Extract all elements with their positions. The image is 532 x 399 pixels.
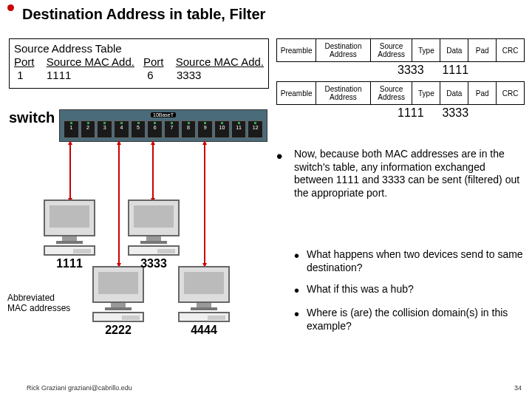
footer-author: Rick Graziani graziani@cabrillo.edu bbox=[27, 384, 132, 392]
frame1-values: 3333 1111 bbox=[276, 64, 525, 77]
cable-port9 bbox=[204, 143, 205, 265]
frame1-da: 3333 bbox=[398, 64, 433, 77]
fh-crc: CRC bbox=[497, 39, 525, 62]
sat-mac1: 1111 bbox=[47, 69, 144, 82]
sat-columns: Port Source MAC Add. Port Source MAC Add… bbox=[14, 55, 264, 69]
network-switch: 10BaseT 1 2 3 4 5 6 7 8 9 10 11 12 bbox=[59, 109, 267, 142]
slide-number: 34 bbox=[514, 384, 522, 392]
port-3: 3 bbox=[97, 120, 112, 138]
bullet-3: • What if this was a hub? bbox=[294, 283, 525, 298]
ethernet-frames: Preamble Destination Address Source Addr… bbox=[276, 38, 525, 120]
source-address-table: Source Address Table Port Source MAC Add… bbox=[9, 38, 269, 89]
frame2-da: 1111 bbox=[398, 106, 433, 120]
sat-col-port1: Port bbox=[14, 55, 47, 69]
port-10: 10 bbox=[214, 120, 230, 138]
bullet-4-text: Where is (are) the collision domain(s) i… bbox=[307, 307, 525, 332]
bullet-dot-icon: • bbox=[294, 283, 299, 298]
fh2-crc: CRC bbox=[497, 82, 525, 105]
frame2-values: 1111 3333 bbox=[276, 106, 525, 120]
pc4-label: 4444 bbox=[168, 324, 239, 337]
fh-type: Type bbox=[412, 39, 440, 62]
switch-badge: 10BaseT bbox=[151, 112, 176, 117]
switch-label: switch bbox=[9, 109, 55, 126]
abbr-note: Abbreviated MAC addresses bbox=[7, 293, 74, 314]
sat-col-port2: Port bbox=[143, 55, 176, 69]
port-4: 4 bbox=[114, 120, 129, 138]
port-12: 12 bbox=[248, 120, 263, 138]
bullet-3-text: What if this was a hub? bbox=[307, 283, 414, 298]
switch-ports: 1 2 3 4 5 6 7 8 9 10 11 12 bbox=[63, 120, 264, 138]
fh2-data: Data bbox=[440, 82, 468, 105]
port-1: 1 bbox=[64, 120, 79, 138]
sat-col-mac1: Source MAC Add. bbox=[47, 55, 143, 69]
frame1-sa: 1111 bbox=[442, 64, 468, 77]
fh2-preamble: Preamble bbox=[277, 82, 316, 105]
slide-title: Destination Address in table, Filter bbox=[22, 6, 265, 23]
bullet-4: • Where is (are) the collision domain(s)… bbox=[294, 307, 525, 332]
frame2-sa: 3333 bbox=[442, 106, 468, 120]
bullet-2: • What happens when two devices send to … bbox=[294, 248, 525, 274]
bullet-2-text: What happens when two devices send to sa… bbox=[307, 248, 525, 274]
bullet-dot-icon: • bbox=[294, 307, 299, 332]
cable-port1 bbox=[69, 143, 71, 200]
port-2: 2 bbox=[81, 120, 96, 138]
frame-1: Preamble Destination Address Source Addr… bbox=[276, 38, 525, 62]
port-11: 11 bbox=[231, 120, 247, 138]
computer-1111: 1111 bbox=[34, 200, 105, 270]
bullet-dot-main: • bbox=[276, 146, 282, 167]
port-6: 6 bbox=[147, 120, 163, 138]
fh-data: Data bbox=[440, 39, 468, 62]
fh2-pad: Pad bbox=[468, 82, 497, 105]
body-text: Now, because both MAC addresses are in t… bbox=[294, 148, 525, 341]
port-7: 7 bbox=[164, 120, 180, 138]
sat-heading: Source Address Table bbox=[14, 42, 264, 55]
pc2-label: 2222 bbox=[83, 324, 154, 337]
fh2-da: Destination Address bbox=[316, 82, 370, 105]
computer-2222: 2222 bbox=[83, 266, 154, 337]
fh-preamble: Preamble bbox=[277, 39, 316, 62]
port-9: 9 bbox=[197, 120, 213, 138]
fh2-sa: Source Address bbox=[370, 82, 412, 105]
fh-da: Destination Address bbox=[316, 39, 370, 62]
frame-2: Preamble Destination Address Source Addr… bbox=[276, 81, 525, 105]
sat-col-mac2: Source MAC Add. bbox=[176, 55, 264, 69]
bullet-1: Now, because both MAC addresses are in t… bbox=[294, 148, 525, 200]
fh-sa: Source Address bbox=[370, 39, 412, 62]
port-5: 5 bbox=[131, 120, 146, 138]
sat-mac2: 3333 bbox=[177, 69, 201, 82]
bullet-dot-icon: • bbox=[294, 248, 299, 274]
sat-data-row: 1 1111 6 3333 bbox=[14, 69, 264, 82]
sat-port1: 1 bbox=[14, 69, 47, 82]
fh2-type: Type bbox=[412, 82, 440, 105]
cable-port6 bbox=[152, 143, 154, 200]
computer-3333: 3333 bbox=[118, 200, 189, 270]
fh-pad: Pad bbox=[468, 39, 497, 62]
port-8: 8 bbox=[181, 120, 197, 138]
title-bullet bbox=[7, 4, 14, 11]
sat-port2: 6 bbox=[144, 69, 177, 82]
bullet-1-text: Now, because both MAC addresses are in t… bbox=[294, 148, 525, 200]
computer-4444: 4444 bbox=[168, 266, 239, 337]
